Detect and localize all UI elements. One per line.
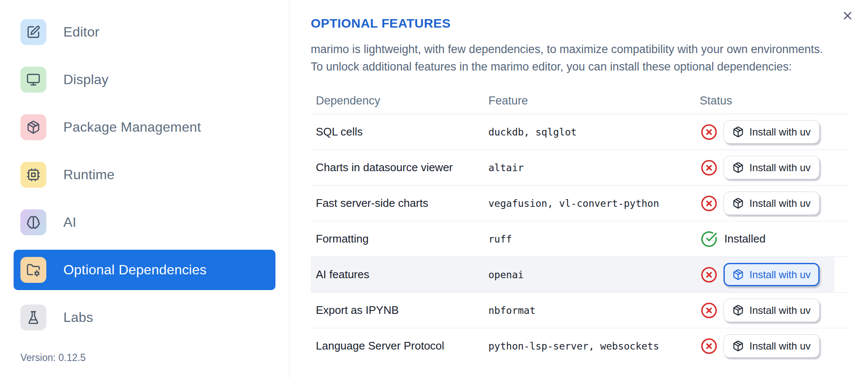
package-icon — [732, 305, 744, 316]
install-button-label: Install with uv — [749, 126, 811, 138]
feature-cell: openai — [483, 269, 695, 280]
sidebar-item-display[interactable]: Display — [14, 59, 275, 100]
install-with-uv-button[interactable]: Install with uv — [723, 192, 820, 215]
install-with-uv-button[interactable]: Install with uv — [723, 156, 820, 179]
status-cell: Installed — [695, 231, 849, 248]
sidebar-item-labs[interactable]: Labs — [14, 297, 275, 338]
sidebar-item-label: Optional Dependencies — [63, 262, 207, 278]
table-row: Export as IPYNB nbformat Install with uv — [311, 293, 849, 328]
circle-x-icon — [701, 124, 718, 141]
table-row: Language Server Protocol python-lsp-serv… — [311, 328, 849, 364]
install-button-label: Install with uv — [749, 305, 811, 316]
package-icon — [732, 162, 744, 173]
package-icon — [732, 269, 744, 280]
dependency-cell: Language Server Protocol — [311, 339, 483, 353]
table-row: Formatting ruff Installed — [311, 221, 849, 257]
optional-features-panel: OPTIONAL FEATURES marimo is lightweight,… — [289, 0, 868, 378]
column-header-status: Status — [695, 94, 849, 107]
circle-x-icon — [701, 159, 718, 176]
sidebar-item-label: Editor — [63, 24, 99, 40]
sidebar-item-runtime[interactable]: Runtime — [14, 155, 275, 195]
sidebar-item-label: AI — [63, 214, 77, 230]
sidebar-item-label: Package Management — [63, 119, 201, 135]
install-with-uv-button[interactable]: Install with uv — [723, 299, 820, 322]
description-line-1: marimo is lightweight, with few dependen… — [311, 41, 863, 58]
circle-check-icon — [701, 231, 718, 248]
circle-x-icon — [701, 338, 718, 355]
column-header-dependency: Dependency — [311, 94, 483, 107]
monitor-icon — [20, 67, 46, 93]
feature-cell: duckdb, sqlglot — [483, 127, 695, 138]
dependency-cell: AI features — [311, 268, 483, 281]
feature-cell: vegafusion, vl-convert-python — [483, 198, 695, 209]
dependencies-table: Dependency Feature Status SQL cells duck… — [311, 87, 849, 364]
sidebar-item-label: Display — [63, 72, 108, 87]
table-row: SQL cells duckdb, sqlglot Install with u… — [311, 114, 849, 150]
table-row: Fast server-side charts vegafusion, vl-c… — [311, 186, 849, 221]
circle-x-icon — [701, 195, 718, 212]
folder-cog-icon — [20, 257, 46, 283]
description-line-2: To unlock additional features in the mar… — [311, 58, 863, 76]
status-cell: Install with uv — [695, 263, 849, 286]
table-header: Dependency Feature Status — [311, 87, 849, 114]
dependency-cell: Fast server-side charts — [311, 197, 483, 210]
status-cell: Install with uv — [695, 299, 849, 322]
flask-icon — [20, 305, 46, 330]
install-button-label: Install with uv — [749, 340, 811, 352]
status-cell: Install with uv — [695, 156, 849, 179]
dependency-cell: Formatting — [311, 232, 483, 245]
description: marimo is lightweight, with few dependen… — [311, 41, 863, 76]
install-with-uv-button[interactable]: Install with uv — [723, 334, 820, 358]
feature-cell: nbformat — [483, 305, 695, 316]
install-button-label: Install with uv — [749, 269, 811, 281]
package-icon — [732, 340, 744, 352]
dependency-cell: SQL cells — [311, 125, 483, 138]
package-icon — [732, 126, 744, 138]
dependency-cell: Export as IPYNB — [311, 304, 483, 317]
package-icon — [732, 197, 744, 209]
status-cell: Install with uv — [695, 334, 849, 358]
cpu-icon — [20, 162, 46, 188]
sidebar-item-label: Labs — [63, 310, 93, 325]
close-icon — [841, 9, 854, 23]
install-with-uv-button[interactable]: Install with uv — [723, 120, 820, 144]
feature-cell: altair — [483, 162, 695, 173]
sidebar-item-ai[interactable]: AI — [14, 202, 275, 243]
package-icon — [20, 114, 46, 140]
close-button[interactable] — [840, 8, 855, 24]
install-with-uv-button[interactable]: Install with uv — [723, 263, 820, 286]
install-button-label: Install with uv — [749, 197, 811, 209]
sidebar-item-label: Runtime — [63, 167, 115, 183]
feature-cell: ruff — [483, 234, 695, 245]
sidebar-item-package-management[interactable]: Package Management — [14, 107, 275, 147]
page-title: OPTIONAL FEATURES — [311, 16, 868, 31]
feature-cell: python-lsp-server, websockets — [483, 341, 695, 352]
sidebar-item-optional-dependencies[interactable]: Optional Dependencies — [14, 250, 275, 290]
table-body: SQL cells duckdb, sqlglot Install with u… — [311, 114, 849, 364]
status-cell: Install with uv — [695, 192, 849, 215]
table-row: Charts in datasource viewer altair Insta… — [311, 150, 849, 186]
circle-x-icon — [701, 266, 718, 283]
sidebar-items: Editor Display Package Management Runtim… — [14, 12, 275, 345]
table-row: AI features openai Install with uv — [311, 257, 849, 293]
status-cell: Install with uv — [695, 120, 849, 144]
square-pen-icon — [20, 19, 46, 45]
version-label: Version: 0.12.5 — [20, 352, 85, 364]
installed-label: Installed — [724, 232, 766, 245]
install-button-label: Install with uv — [749, 162, 811, 174]
brain-icon — [20, 209, 46, 235]
sidebar-item-editor[interactable]: Editor — [14, 12, 275, 52]
dependency-cell: Charts in datasource viewer — [311, 161, 483, 174]
circle-x-icon — [701, 302, 718, 319]
column-header-feature: Feature — [483, 94, 695, 107]
settings-sidebar: Editor Display Package Management Runtim… — [0, 0, 289, 378]
